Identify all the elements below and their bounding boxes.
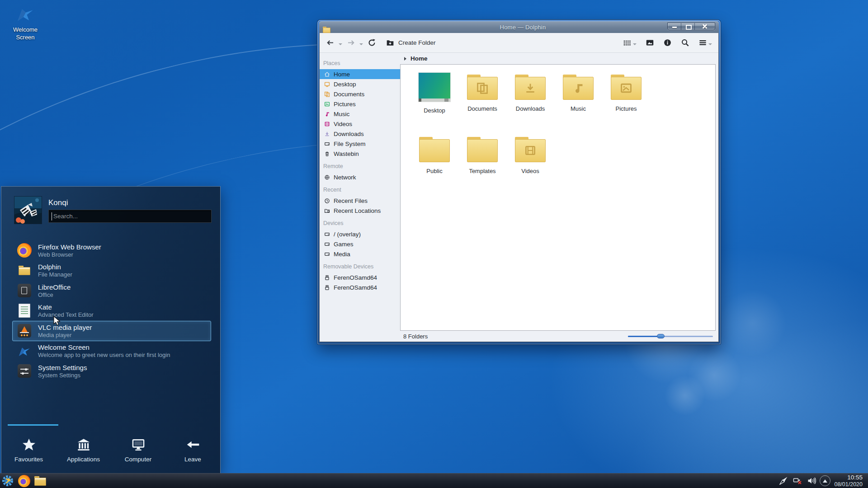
sidebar-item-downloads[interactable]: Downloads	[320, 129, 400, 139]
folder-item-videos[interactable]: Videos	[506, 134, 554, 197]
drive-icon	[324, 251, 330, 257]
sidebar-item-games[interactable]: Games	[320, 239, 400, 249]
volume-tray-item[interactable]	[806, 475, 817, 487]
network-tray-item[interactable]	[792, 475, 803, 487]
tab-leave[interactable]: Leave	[165, 426, 220, 473]
tab-favourites[interactable]: Favourites	[1, 426, 56, 473]
expand-tray-button[interactable]	[820, 475, 830, 486]
sidebar-item-ferenos-1[interactable]: FerenOSamd64	[320, 272, 400, 282]
vlc-cone-icon	[18, 324, 31, 338]
window-buttons	[667, 23, 715, 30]
folder-item-templates[interactable]: Templates	[458, 134, 506, 197]
usb-icon	[324, 285, 330, 291]
sidebar-item-desktop[interactable]: Desktop	[320, 79, 400, 89]
window-content: Create Folder Places Home Desktop Docume…	[319, 33, 719, 342]
clock[interactable]: 10:55 08/01/2020	[834, 474, 863, 488]
sidebar-item-pictures[interactable]: Pictures	[320, 99, 400, 109]
forward-button[interactable]	[347, 38, 355, 47]
launcher-search-box[interactable]	[48, 210, 212, 223]
create-folder-label: Create Folder	[398, 39, 436, 46]
trash-icon	[324, 151, 330, 157]
sidebar-item-file-system[interactable]: File System	[320, 139, 400, 149]
window-titlebar[interactable]: Home — Dolphin	[319, 21, 719, 33]
sidebar-item-music[interactable]: Music	[320, 109, 400, 119]
tab-computer[interactable]: Computer	[111, 426, 165, 473]
folder-clock-icon	[324, 208, 330, 214]
section-header: Devices	[320, 216, 400, 229]
back-button[interactable]	[326, 38, 335, 47]
folder-item-downloads[interactable]: Downloads	[506, 72, 554, 134]
zoom-slider[interactable]	[628, 333, 713, 339]
sidebar-item-home[interactable]: Home	[320, 69, 400, 79]
preview-button[interactable]	[646, 38, 654, 47]
settings-sliders-icon	[18, 364, 31, 378]
back-dropdown-caret[interactable]	[339, 43, 342, 45]
app-item-firefox[interactable]: Firefox Web BrowserWeb Browser	[12, 240, 211, 261]
folder-item-documents[interactable]: Documents	[458, 72, 506, 134]
search-input[interactable]	[49, 210, 211, 222]
documents-icon	[324, 91, 330, 97]
app-item-kate[interactable]: KateAdvanced Text Editor	[12, 301, 211, 321]
network-tool-tray-item[interactable]	[778, 475, 789, 487]
star-icon	[22, 437, 36, 452]
system-tray: 10:55 08/01/2020	[778, 474, 868, 488]
icon-view-button[interactable]	[623, 38, 637, 47]
folder-item-pictures[interactable]: Pictures	[602, 72, 650, 134]
firefox-launcher[interactable]	[17, 474, 31, 488]
app-item-system-settings[interactable]: System SettingsSystem Settings	[12, 361, 211, 381]
kate-icon	[19, 304, 30, 318]
zoom-slider-handle[interactable]	[657, 334, 665, 338]
app-item-libreoffice[interactable]: LibreOfficeOffice	[12, 281, 211, 301]
sidebar-item-videos[interactable]: Videos	[320, 119, 400, 129]
folder-item-desktop[interactable]: Desktop	[410, 72, 458, 134]
files-launcher[interactable]	[33, 474, 47, 488]
sidebar-item-recent-files[interactable]: Recent Files	[320, 196, 400, 206]
sidebar-item-network[interactable]: Network	[320, 172, 400, 182]
bank-icon	[76, 437, 91, 452]
create-folder-button[interactable]: Create Folder	[386, 39, 436, 47]
folder-view[interactable]: Desktop Documents Downloads	[400, 64, 716, 331]
sidebar-item-media[interactable]: Media	[320, 249, 400, 259]
application-launcher-menu: Konqi Firefox Web BrowserWeb Browser Dol…	[1, 186, 221, 473]
sidebar-item-ferenos-2[interactable]: FerenOSamd64	[320, 282, 400, 292]
sidebar-item-wastebin[interactable]: Wastebin	[320, 149, 400, 159]
desktop-icon-welcome-screen[interactable]: Welcome Screen	[6, 5, 44, 41]
create-folder-icon	[386, 39, 394, 47]
search-button[interactable]	[681, 38, 689, 47]
sidebar-item-overlay[interactable]: / (overlay)	[320, 229, 400, 239]
user-avatar[interactable]	[14, 197, 42, 224]
clock-time: 10:55	[834, 474, 863, 481]
app-menu-button[interactable]	[1, 474, 14, 488]
tab-applications[interactable]: Applications	[56, 426, 111, 473]
app-item-dolphin[interactable]: DolphinFile Manager	[12, 261, 211, 281]
minimize-button[interactable]	[668, 23, 681, 30]
close-button[interactable]	[695, 23, 715, 30]
information-button[interactable]	[663, 38, 672, 47]
network-disconnected-icon	[793, 476, 802, 485]
home-icon	[324, 71, 330, 77]
folder-item-music[interactable]: Music	[554, 72, 602, 134]
desktop-icon-label: Welcome Screen	[6, 26, 44, 41]
folder-item-public[interactable]: Public	[410, 134, 458, 197]
breadcrumb[interactable]: Home	[400, 53, 718, 64]
drive-icon	[324, 241, 330, 247]
forward-dropdown-caret[interactable]	[359, 43, 363, 45]
refresh-button[interactable]	[368, 38, 376, 47]
menu-button[interactable]	[698, 38, 712, 47]
image-glyph-icon	[620, 82, 632, 94]
app-item-welcome-screen[interactable]: Welcome ScreenWelcome app to greet new u…	[12, 341, 211, 361]
user-name: Konqi	[48, 198, 68, 207]
sidebar-item-recent-locations[interactable]: Recent Locations	[320, 206, 400, 216]
film-glyph-icon	[524, 144, 537, 157]
hamburger-menu-icon	[698, 38, 707, 47]
wallpaper-bokeh	[665, 375, 705, 416]
document-glyph-icon	[476, 82, 489, 94]
app-item-vlc[interactable]: VLC media playerMedia player	[12, 321, 211, 341]
folder-icon	[515, 75, 546, 100]
folder-icon	[467, 137, 498, 162]
sidebar-item-documents[interactable]: Documents	[320, 89, 400, 99]
drive-icon	[324, 141, 330, 147]
maximize-button[interactable]	[681, 23, 695, 30]
section-header: Removable Devices	[320, 259, 400, 272]
firefox-icon	[18, 475, 30, 487]
